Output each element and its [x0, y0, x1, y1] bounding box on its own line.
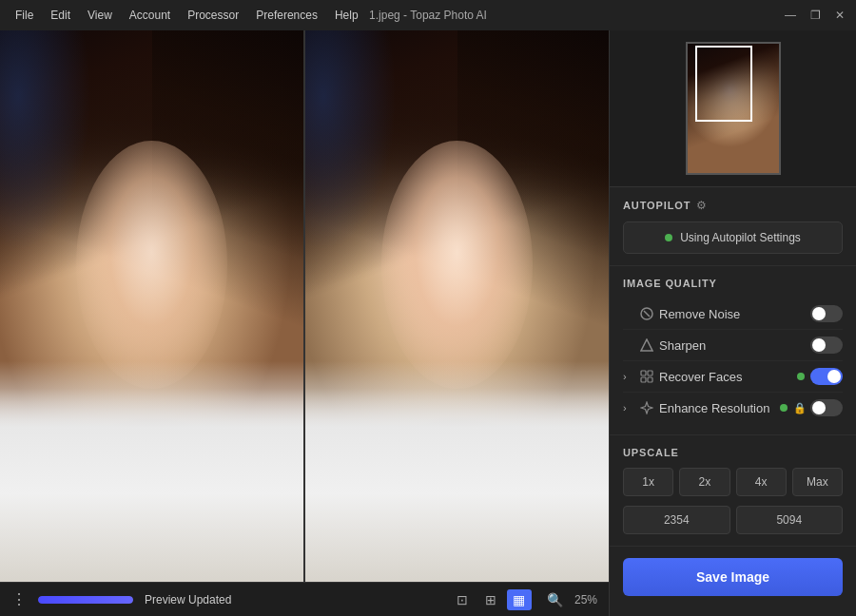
svg-rect-4: [648, 371, 652, 375]
menu-item-preferences[interactable]: Preferences: [248, 5, 325, 26]
dimensions-row: 2354 5094: [623, 506, 843, 534]
lock-icon: 🔒: [793, 402, 807, 414]
menu-bar: // Render menu items FileEditViewAccount…: [8, 5, 366, 26]
recover-faces-indicator: [797, 373, 805, 380]
svg-rect-6: [648, 377, 652, 382]
sharpen-toggle[interactable]: [810, 337, 843, 354]
svg-rect-3: [641, 371, 646, 375]
view-controls: ⊡ ⊞ ▦ 🔍 25%: [450, 589, 597, 610]
window-title: 1.jpeg - Topaz Photo AI: [369, 9, 487, 22]
image-panel: ⋮ Preview Updated ⊡ ⊞ ▦ 🔍 25%: [0, 30, 609, 616]
save-image-button[interactable]: Save Image: [623, 558, 843, 596]
maximize-button[interactable]: ❐: [807, 7, 824, 24]
minimize-button[interactable]: —: [782, 7, 799, 24]
menu-item-account[interactable]: Account: [122, 5, 178, 26]
thumbnail-container: [610, 30, 856, 187]
dots-menu[interactable]: ⋮: [11, 590, 27, 608]
enhance-resolution-indicator: [780, 404, 788, 412]
autopilot-button[interactable]: Using Autopilot Settings: [623, 221, 843, 254]
gear-icon[interactable]: ⚙: [696, 199, 707, 212]
progress-bar: [38, 596, 133, 604]
autopilot-status-dot: [665, 234, 672, 241]
processed-image: [303, 30, 609, 582]
menu-item-help[interactable]: Help: [327, 5, 366, 26]
menu-item-edit[interactable]: Edit: [43, 5, 78, 26]
sharpen-label: Sharpen: [659, 338, 797, 353]
upscale-2x-button[interactable]: 2x: [679, 468, 730, 496]
enhance-resolution-label: Enhance Resolution: [659, 401, 780, 415]
upscale-title: UPSCALE: [623, 447, 679, 458]
upscale-1x-button[interactable]: 1x: [623, 468, 673, 496]
view-single-button[interactable]: ⊡: [450, 589, 475, 610]
zoom-icon: 🔍: [547, 592, 563, 607]
recover-faces-expand[interactable]: ›: [623, 371, 638, 382]
sharpen-icon: [638, 338, 655, 352]
recover-faces-label: Recover Faces: [659, 370, 797, 384]
remove-noise-toggle[interactable]: [810, 305, 843, 322]
upscale-header: UPSCALE: [623, 447, 843, 458]
image-quality-title: IMAGE QUALITY: [623, 278, 717, 289]
autopilot-button-label: Using Autopilot Settings: [680, 231, 801, 244]
statusbar: ⋮ Preview Updated ⊡ ⊞ ▦ 🔍 25%: [0, 582, 609, 616]
recover-faces-toggle[interactable]: [810, 368, 843, 385]
svg-line-1: [644, 311, 650, 317]
window-controls: — ❐ ✕: [782, 7, 848, 24]
image-quality-section: IMAGE QUALITY Remove Noise: [610, 266, 856, 435]
recover-faces-row: › Recover Faces: [623, 361, 843, 393]
recover-faces-icon: [638, 370, 655, 383]
original-image: [0, 30, 303, 582]
view-split-button[interactable]: ⊞: [478, 589, 503, 610]
enhance-resolution-toggle[interactable]: [810, 399, 843, 416]
titlebar: // Render menu items FileEditViewAccount…: [0, 0, 856, 30]
image-compare[interactable]: [0, 30, 609, 582]
remove-noise-row: Remove Noise: [623, 298, 843, 330]
upscale-max-button[interactable]: Max: [792, 468, 843, 496]
menu-item-processor[interactable]: Processor: [180, 5, 246, 26]
svg-marker-2: [641, 339, 652, 351]
width-value: 2354: [623, 506, 730, 534]
zoom-level: 25%: [574, 593, 597, 606]
menu-item-view[interactable]: View: [80, 5, 120, 26]
thumbnail-selection: [695, 46, 752, 122]
thumbnail[interactable]: [686, 42, 781, 175]
sharpen-row: Sharpen: [623, 330, 843, 361]
autopilot-header: AUTOPILOT ⚙: [623, 199, 843, 212]
height-value: 5094: [736, 506, 844, 534]
main-content: ⋮ Preview Updated ⊡ ⊞ ▦ 🔍 25%: [0, 30, 856, 616]
right-panel: AUTOPILOT ⚙ Using Autopilot Settings IMA…: [609, 30, 856, 616]
svg-rect-5: [641, 377, 646, 382]
remove-noise-label: Remove Noise: [659, 307, 797, 321]
autopilot-title: AUTOPILOT: [623, 200, 691, 211]
menu-item-file[interactable]: File: [8, 5, 41, 26]
enhance-resolution-row: › Enhance Resolution 🔒: [623, 393, 843, 423]
enhance-res-expand[interactable]: ›: [623, 402, 638, 414]
status-text: Preview Updated: [145, 593, 231, 606]
autopilot-section: AUTOPILOT ⚙ Using Autopilot Settings: [610, 187, 856, 266]
progress-bar-fill: [38, 596, 133, 604]
view-grid-button[interactable]: ▦: [507, 589, 532, 610]
upscale-4x-button[interactable]: 4x: [736, 468, 787, 496]
upscale-buttons: 1x 2x 4x Max: [623, 468, 843, 496]
enhance-resolution-icon: [638, 401, 655, 414]
image-quality-header: IMAGE QUALITY: [623, 278, 843, 289]
close-button[interactable]: ✕: [831, 7, 848, 24]
upscale-section: UPSCALE 1x 2x 4x Max 2354 5094: [610, 435, 856, 547]
remove-noise-icon: [638, 307, 655, 320]
